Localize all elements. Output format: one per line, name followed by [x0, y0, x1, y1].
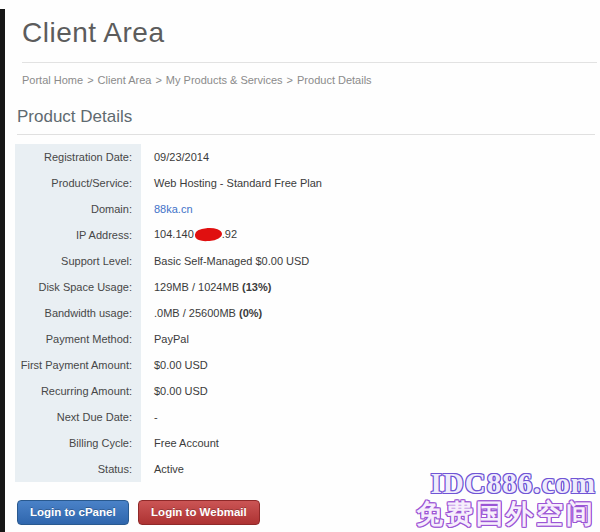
row-value: 129MB / 1024MB (13%) — [141, 281, 271, 293]
table-row: Status:Active — [15, 456, 575, 482]
value-text: $0.00 USD — [154, 359, 208, 371]
row-label: Bandwidth usage: — [15, 300, 141, 326]
value-text: $0.00 USD — [154, 385, 208, 397]
product-details-table: Registration Date:09/23/2014Product/Serv… — [15, 144, 575, 482]
table-row: Billing Cycle:Free Account — [15, 430, 575, 456]
breadcrumb-current: Product Details — [297, 74, 372, 86]
row-value: - — [141, 411, 158, 423]
section-title-product-details: Product Details — [17, 107, 595, 135]
row-value: 104.140.92 — [141, 228, 237, 243]
page-title: Client Area — [22, 17, 600, 49]
row-label: Billing Cycle: — [15, 430, 141, 456]
row-label: Product/Service: — [15, 170, 141, 196]
value-text: (0%) — [239, 307, 262, 319]
value-text: 129MB / 1024MB — [154, 281, 242, 293]
value-text: .0MB / 25600MB — [154, 307, 239, 319]
value-text: Web Hosting - Standard Free Plan — [154, 177, 322, 189]
value-text: Basic Self-Managed $0.00 USD — [154, 255, 309, 267]
table-row: Disk Space Usage:129MB / 1024MB (13%) — [15, 274, 575, 300]
row-label: Next Due Date: — [15, 404, 141, 430]
redaction-mark — [194, 227, 222, 242]
row-label: Support Level: — [15, 248, 141, 274]
table-row: Recurring Amount:$0.00 USD — [15, 378, 575, 404]
value-text: Active — [154, 463, 184, 475]
value-text: .92 — [222, 228, 237, 240]
page-content: Client Area Portal Home>Client Area>My P… — [6, 0, 600, 532]
table-row: Product/Service:Web Hosting - Standard F… — [15, 170, 575, 196]
row-label: Disk Space Usage: — [15, 274, 141, 300]
login-to-cpanel-button[interactable]: Login to cPanel — [17, 500, 129, 525]
row-value: Basic Self-Managed $0.00 USD — [141, 255, 309, 267]
domain-link[interactable]: 88ka.cn — [154, 203, 193, 215]
table-row: First Payment Amount:$0.00 USD — [15, 352, 575, 378]
value-text: Free Account — [154, 437, 219, 449]
row-label: Registration Date: — [15, 144, 141, 170]
row-value: $0.00 USD — [141, 359, 208, 371]
row-value: 09/23/2014 — [141, 151, 209, 163]
row-value: PayPal — [141, 333, 189, 345]
row-value: 88ka.cn — [141, 203, 193, 215]
row-label: Status: — [15, 456, 141, 482]
breadcrumb-link[interactable]: My Products & Services — [166, 74, 283, 86]
value-text: 104.140 — [154, 228, 194, 240]
button-row: Login to cPanel Login to Webmail — [17, 500, 600, 525]
row-label: Domain: — [15, 196, 141, 222]
breadcrumb-link[interactable]: Client Area — [98, 74, 152, 86]
row-value: $0.00 USD — [141, 385, 208, 397]
value-text: - — [154, 411, 158, 423]
row-value: Active — [141, 463, 184, 475]
table-row: Registration Date:09/23/2014 — [15, 144, 575, 170]
row-label: First Payment Amount: — [15, 352, 141, 378]
left-border-strip — [0, 9, 5, 532]
row-label: Recurring Amount: — [15, 378, 141, 404]
breadcrumb-link[interactable]: Portal Home — [22, 74, 83, 86]
breadcrumb-separator: > — [155, 74, 161, 86]
value-text: (13%) — [242, 281, 271, 293]
table-row: Next Due Date:- — [15, 404, 575, 430]
table-row: IP Address:104.140.92 — [15, 222, 575, 248]
table-row: Payment Method:PayPal — [15, 326, 575, 352]
breadcrumb-separator: > — [87, 74, 93, 86]
table-row: Bandwidth usage:.0MB / 25600MB (0%) — [15, 300, 575, 326]
row-value: Free Account — [141, 437, 219, 449]
table-row: Support Level:Basic Self-Managed $0.00 U… — [15, 248, 575, 274]
breadcrumb: Portal Home>Client Area>My Products & Se… — [22, 74, 600, 86]
login-to-webmail-button[interactable]: Login to Webmail — [138, 500, 260, 525]
value-text: 09/23/2014 — [154, 151, 209, 163]
row-value: .0MB / 25600MB (0%) — [141, 307, 262, 319]
row-label: IP Address: — [15, 222, 141, 248]
header-divider — [22, 62, 597, 63]
table-row: Domain:88ka.cn — [15, 196, 575, 222]
value-text: PayPal — [154, 333, 189, 345]
row-label: Payment Method: — [15, 326, 141, 352]
row-value: Web Hosting - Standard Free Plan — [141, 177, 322, 189]
breadcrumb-separator: > — [287, 74, 293, 86]
